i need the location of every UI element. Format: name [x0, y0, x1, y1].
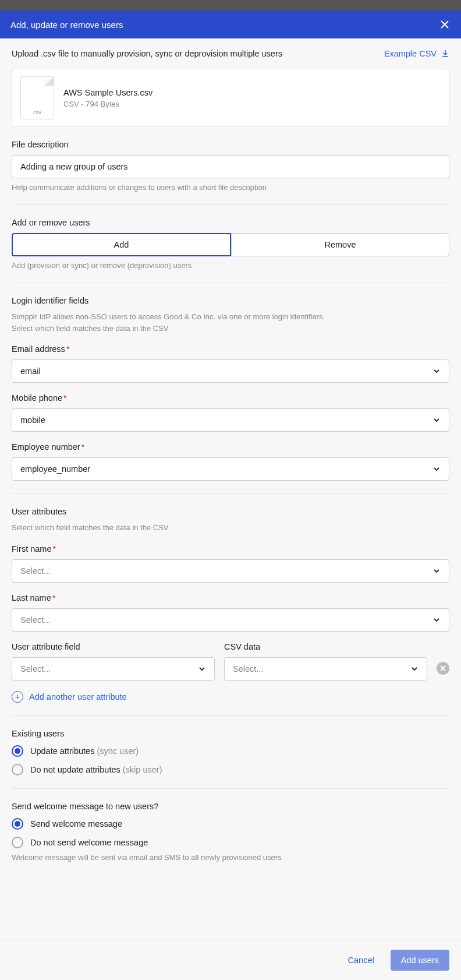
chevron-down-icon: [432, 465, 441, 473]
skip-welcome-label: Do not send welcome message: [30, 838, 148, 847]
last-name-select[interactable]: Select...: [12, 608, 449, 632]
divider: [12, 715, 449, 716]
csv-data-label: CSV data: [224, 642, 427, 651]
employee-select[interactable]: employee_number: [12, 457, 449, 481]
chevron-down-icon: [410, 665, 419, 673]
modal-header: Add, update or remove users: [0, 10, 461, 38]
divider: [12, 788, 449, 789]
remove-pair-button[interactable]: [437, 662, 449, 675]
remove-toggle[interactable]: Remove: [231, 233, 449, 256]
skip-attributes-label: Do not update attributes(skip user): [30, 765, 162, 774]
employee-value: employee_number: [20, 464, 90, 474]
modal-content: Upload .csv file to manually provision, …: [0, 38, 461, 940]
last-name-placeholder: Select...: [20, 615, 51, 625]
first-name-select[interactable]: Select...: [12, 559, 449, 583]
close-icon: [440, 20, 449, 29]
welcome-help: Welcome message will be sent via email a…: [12, 853, 449, 862]
last-name-label: Last name*: [12, 593, 449, 602]
attribute-field-label: User attribute field: [12, 642, 215, 651]
plus-icon: +: [12, 691, 23, 703]
user-attributes-sub: Select which field matches the data in t…: [12, 522, 449, 534]
add-remove-help: Add (provision or sync) or remove (depro…: [12, 261, 449, 270]
first-name-label: First name*: [12, 544, 449, 554]
chevron-down-icon: [432, 367, 441, 375]
file-name: AWS Sample Users.csv: [63, 88, 153, 97]
update-attributes-radio-row[interactable]: Update attributes(sync user): [12, 745, 449, 757]
login-fields-label: Login identifier fields: [12, 296, 449, 305]
attribute-pair-row: User attribute field Select... CSV data …: [12, 642, 449, 681]
send-welcome-label: Send welcome message: [30, 819, 122, 829]
file-description-help: Help communicate additions or changes to…: [12, 183, 449, 192]
file-ext: csv: [33, 110, 41, 115]
skip-welcome-radio[interactable]: [12, 837, 23, 848]
close-button[interactable]: [439, 19, 451, 30]
modal-footer: Cancel Add users: [0, 940, 461, 980]
csv-data-col: CSV data Select...: [224, 642, 427, 681]
login-sub1: Simpplr IdP allows non-SSO users to acce…: [12, 311, 449, 323]
add-remove-label: Add or remove users: [12, 218, 449, 227]
file-upload-box[interactable]: csv AWS Sample Users.csv CSV - 794 Bytes: [12, 69, 449, 127]
update-attributes-radio[interactable]: [12, 745, 23, 757]
csv-data-select[interactable]: Select...: [224, 657, 427, 681]
send-welcome-radio-row[interactable]: Send welcome message: [12, 818, 449, 830]
divider: [12, 283, 449, 283]
attribute-field-select[interactable]: Select...: [12, 657, 215, 681]
file-description-input[interactable]: [12, 155, 449, 178]
file-info: AWS Sample Users.csv CSV - 794 Bytes: [63, 88, 153, 108]
chevron-down-icon: [432, 416, 441, 424]
file-description-label: File description: [12, 140, 449, 149]
email-label: Email address*: [12, 344, 449, 354]
add-toggle[interactable]: Add: [12, 233, 231, 256]
update-attributes-label: Update attributes(sync user): [30, 746, 139, 756]
file-icon: csv: [20, 76, 54, 119]
employee-label: Employee number*: [12, 442, 449, 452]
first-name-placeholder: Select...: [20, 566, 51, 576]
close-icon: [440, 665, 446, 671]
skip-welcome-radio-row[interactable]: Do not send welcome message: [12, 837, 449, 848]
email-select[interactable]: email: [12, 359, 449, 383]
chevron-down-icon: [432, 616, 441, 624]
chevron-down-icon: [198, 665, 206, 673]
user-attributes-label: User attributes: [12, 507, 449, 516]
upload-row: Upload .csv file to manually provision, …: [12, 49, 449, 58]
example-csv-label: Example CSV: [384, 49, 437, 58]
add-another-label: Add another user attribute: [29, 692, 127, 701]
existing-users-label: Existing users: [12, 729, 449, 738]
mobile-value: mobile: [20, 415, 45, 425]
add-another-attribute[interactable]: + Add another user attribute: [12, 691, 449, 703]
example-csv-link[interactable]: Example CSV: [384, 49, 449, 58]
send-welcome-radio[interactable]: [12, 818, 23, 830]
divider: [12, 493, 449, 494]
skip-attributes-radio[interactable]: [12, 764, 23, 775]
chevron-down-icon: [432, 567, 441, 575]
upload-description: Upload .csv file to manually provision, …: [12, 49, 282, 58]
modal: Add, update or remove users Upload .csv …: [0, 10, 461, 980]
mobile-label: Mobile phone*: [12, 393, 449, 403]
modal-title: Add, update or remove users: [10, 20, 123, 30]
file-meta: CSV - 794 Bytes: [63, 100, 153, 108]
welcome-label: Send welcome message to new users?: [12, 802, 449, 811]
attribute-field-col: User attribute field Select...: [12, 642, 215, 681]
download-icon: [441, 50, 449, 58]
divider: [12, 205, 449, 205]
modal-backdrop: [0, 0, 461, 10]
email-value: email: [20, 366, 41, 376]
login-sub2: Select which field matches the data in t…: [12, 323, 449, 334]
mobile-select[interactable]: mobile: [12, 408, 449, 432]
skip-attributes-radio-row[interactable]: Do not update attributes(skip user): [12, 764, 449, 775]
add-users-button[interactable]: Add users: [391, 950, 449, 971]
cancel-button[interactable]: Cancel: [340, 950, 382, 971]
add-remove-toggle: Add Remove: [12, 233, 449, 256]
